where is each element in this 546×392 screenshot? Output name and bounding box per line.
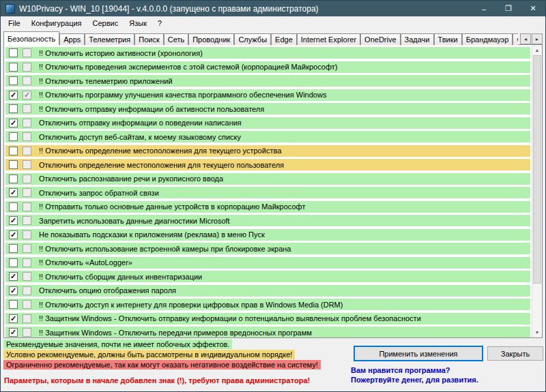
current-state-checkbox (23, 230, 31, 239)
setting-checkbox[interactable] (9, 63, 18, 72)
setting-checkbox[interactable] (9, 132, 18, 141)
legend-line-1: Условно рекомендуемые, должны быть рассм… (3, 350, 295, 359)
tab-scroll-controls: ◄ ► (519, 33, 543, 44)
current-state-checkbox (23, 132, 31, 141)
tab-12[interactable]: Брандмауэр (462, 33, 513, 45)
setting-checkbox[interactable] (9, 258, 18, 267)
vertical-scrollbar[interactable]: ▲ ▼ (532, 45, 542, 337)
current-state-checkbox (23, 188, 31, 197)
tab-row: БезопасностьAppsТелеметрияПоискСетьПрово… (1, 30, 545, 45)
tab-scroll-right-button[interactable]: ► (532, 33, 543, 44)
setting-checkbox[interactable] (9, 160, 18, 169)
setting-label: !! Отключить сборщик данных инвентаризац… (39, 273, 202, 281)
setting-checkbox[interactable]: ✓ (9, 286, 18, 295)
setting-checkbox[interactable] (9, 300, 18, 309)
scrollbar-track[interactable] (532, 55, 542, 327)
setting-checkbox[interactable]: ✓ (9, 188, 18, 197)
setting-checkbox[interactable]: ✓ (9, 119, 18, 127)
current-state-checkbox (23, 314, 31, 323)
current-state-checkbox (23, 286, 31, 295)
setting-row: ✓Отключить отправку информации о поведен… (5, 117, 530, 129)
setting-checkbox[interactable]: ✓ (9, 272, 18, 281)
current-state-checkbox (23, 258, 31, 267)
setting-row: ✓Отключить запрос обратной связи (5, 187, 530, 198)
setting-row: Отключить доступ веб-сайтам, к моему язы… (5, 131, 530, 142)
tab-scroll-left-button[interactable]: ◄ (520, 33, 531, 44)
setting-checkbox[interactable] (9, 175, 18, 183)
setting-label: !! Отключить использование встроенной ка… (39, 245, 291, 253)
app-window: W10Privacy - WIN_10 [19044] - v.4.0.0.0 … (0, 0, 546, 392)
setting-row: !! Отправить только основные данные устр… (5, 201, 530, 213)
setting-label: !! Отправить только основные данные устр… (39, 202, 305, 211)
current-state-checkbox (23, 48, 31, 57)
setting-checkbox[interactable] (9, 147, 18, 155)
tab-8[interactable]: Internet Explorer (297, 33, 360, 45)
scrollbar-thumb[interactable] (533, 55, 541, 284)
menu-item-0[interactable]: File (3, 17, 26, 29)
menu-item-4[interactable]: ? (152, 17, 167, 29)
apply-button[interactable]: Применить изменения (354, 346, 483, 361)
tab-6[interactable]: Службы (234, 33, 271, 45)
tab-5[interactable]: Проводник (188, 33, 234, 45)
setting-row: !! Отключить определение местоположения … (5, 145, 530, 157)
setting-label: !! Отключить определение местоположения … (39, 147, 281, 155)
setting-row: ✓Запретить использовать данные диагности… (5, 215, 530, 226)
legend-line-0: Рекомендуемые значения, почти не имеет п… (3, 340, 232, 349)
current-state-checkbox (23, 63, 31, 72)
tab-4[interactable]: Сеть (164, 33, 188, 45)
setting-label: Не показывать подсказки к приложениям (р… (39, 230, 265, 239)
setting-checkbox[interactable] (9, 104, 18, 113)
donation-line1: Вам нравится программа? (351, 365, 478, 375)
setting-checkbox[interactable]: ✓ (9, 328, 18, 337)
setting-row: !! Отключить проведения экспериментов с … (5, 61, 530, 73)
app-icon (5, 4, 15, 14)
window-controls: – ❐ ✕ (472, 1, 545, 16)
tab-13[interactable]: Фоновые приложения (513, 33, 518, 45)
setting-label: !! Отключить отправку информации об акти… (39, 105, 264, 113)
tab-2[interactable]: Телеметрия (85, 33, 134, 45)
setting-row: !! Отключить отправку информации об акти… (5, 103, 530, 115)
tab-3[interactable]: Поиск (134, 33, 163, 45)
tab-1[interactable]: Apps (59, 33, 85, 45)
minimize-button[interactable]: – (472, 1, 496, 16)
setting-checkbox[interactable] (9, 202, 18, 211)
donation-line2: Пожертвуйте денег, для развития. (351, 375, 478, 385)
setting-label: !! Отключить проведения экспериментов с … (39, 63, 337, 71)
current-state-checkbox (23, 216, 31, 225)
current-state-checkbox (23, 104, 31, 113)
setting-row: !! Отключить доступ к интернету для пров… (5, 299, 530, 310)
setting-row: !! Отключить историю активности (хроноло… (5, 47, 530, 59)
setting-row: ✓✓!! Отключить программу улучшения качес… (5, 89, 530, 101)
current-state-checkbox (23, 244, 31, 253)
current-state-checkbox (23, 160, 31, 169)
tab-10[interactable]: Задачи (401, 33, 434, 45)
menu-item-3[interactable]: Язык (124, 17, 152, 29)
setting-label: !! Защитник Windows - Отключить передачи… (39, 329, 312, 337)
admin-note: Параметры, которым в начале добавлен зна… (4, 376, 310, 385)
setting-checkbox[interactable]: ✓ (9, 91, 18, 100)
setting-row: !! Отключить телеметрию приложений (5, 75, 530, 87)
tab-7[interactable]: Edge (271, 33, 297, 45)
setting-row: ✓Отключить опцию отображения пароля (5, 285, 530, 297)
setting-checkbox[interactable]: ✓ (9, 314, 18, 323)
scroll-down-icon[interactable]: ▼ (532, 327, 542, 337)
close-dialog-button[interactable]: Закрыть (487, 346, 543, 361)
legend: Рекомендуемые значения, почти не имеет п… (3, 340, 321, 370)
tab-9[interactable]: OneDrive (360, 33, 400, 45)
tab-0[interactable]: Безопасность (3, 31, 59, 45)
setting-checkbox[interactable] (9, 244, 18, 253)
current-state-checkbox (23, 300, 31, 309)
tab-11[interactable]: Твики (434, 33, 462, 45)
setting-checkbox[interactable]: ✓ (9, 216, 18, 225)
setting-label: Запретить использовать данные диагностик… (39, 217, 230, 225)
footer: Рекомендуемые значения, почти не имеет п… (1, 338, 545, 391)
maximize-button[interactable]: ❐ (496, 1, 521, 16)
scroll-up-icon[interactable]: ▲ (532, 45, 542, 55)
setting-label: Отключить определение местоположения для… (39, 161, 284, 169)
setting-checkbox[interactable] (9, 48, 18, 57)
setting-checkbox[interactable]: ✓ (9, 230, 18, 239)
menu-item-1[interactable]: Конфигурация (26, 17, 87, 29)
close-window-button[interactable]: ✕ (521, 1, 545, 16)
setting-checkbox[interactable] (9, 76, 18, 85)
menu-item-2[interactable]: Сервис (87, 17, 124, 29)
